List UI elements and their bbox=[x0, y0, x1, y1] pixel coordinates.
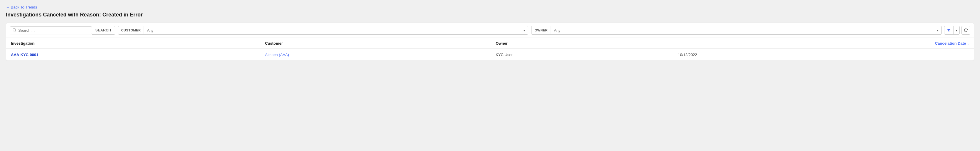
table-row: AAA-KYC-0001 Almach (AAA) KYC User 10/12… bbox=[6, 49, 974, 61]
col-header-cancelation-date[interactable]: Cancelation Date ↓ bbox=[673, 38, 974, 49]
cell-investigation: AAA-KYC-0001 bbox=[6, 49, 260, 61]
page-title: Investigations Canceled with Reason: Cre… bbox=[6, 12, 974, 18]
search-wrapper bbox=[10, 27, 92, 35]
filter-options-button[interactable]: ▼ bbox=[944, 26, 960, 35]
sort-arrow-icon: ↓ bbox=[967, 41, 969, 46]
back-to-trends-link[interactable]: ← Back To Trends bbox=[6, 5, 37, 9]
owner-filter-group: OWNER Any ▼ bbox=[531, 26, 942, 35]
search-icon bbox=[12, 28, 16, 33]
owner-filter-select[interactable]: Any bbox=[551, 26, 942, 35]
search-input[interactable] bbox=[18, 28, 89, 33]
customer-filter-group: CUSTOMER Any ▼ bbox=[118, 26, 528, 35]
filter-bar: SEARCH CUSTOMER Any ▼ OWNER Any ▼ bbox=[6, 23, 974, 38]
svg-point-0 bbox=[13, 28, 16, 31]
cell-customer: Almach (AAA) bbox=[260, 49, 491, 61]
customer-filter-label: CUSTOMER bbox=[118, 26, 144, 35]
cell-owner: KYC User bbox=[491, 49, 673, 61]
investigation-link[interactable]: AAA-KYC-0001 bbox=[11, 53, 38, 57]
table-header-row: Investigation Customer Owner Cancelation… bbox=[6, 38, 974, 49]
owner-filter-label: OWNER bbox=[531, 26, 551, 35]
cell-cancelation-date: 10/12/2022 bbox=[673, 49, 974, 61]
main-card: SEARCH CUSTOMER Any ▼ OWNER Any ▼ bbox=[6, 23, 974, 61]
filter-dropdown-chevron-icon: ▼ bbox=[953, 26, 959, 35]
customer-link[interactable]: Almach (AAA) bbox=[265, 53, 289, 57]
refresh-button[interactable] bbox=[961, 26, 970, 35]
customer-select-wrapper: Any ▼ bbox=[144, 26, 528, 35]
col-header-owner: Owner bbox=[491, 38, 673, 49]
customer-filter-select[interactable]: Any bbox=[144, 26, 528, 35]
svg-line-1 bbox=[15, 31, 16, 31]
col-header-customer: Customer bbox=[260, 38, 491, 49]
col-header-investigation: Investigation bbox=[6, 38, 260, 49]
search-button[interactable]: SEARCH bbox=[92, 26, 115, 35]
owner-select-wrapper: Any ▼ bbox=[551, 26, 942, 35]
action-buttons: ▼ bbox=[944, 26, 970, 35]
results-table: Investigation Customer Owner Cancelation… bbox=[6, 38, 974, 61]
filter-icon bbox=[944, 26, 953, 35]
